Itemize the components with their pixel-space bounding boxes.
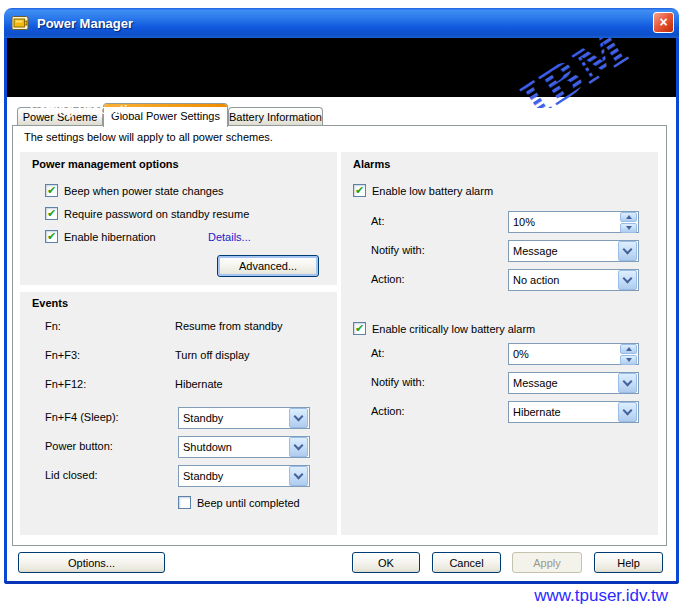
intro-text: The settings below will apply to all pow… (24, 131, 273, 143)
chevron-down-icon (294, 441, 304, 451)
help-button[interactable]: Help (594, 552, 663, 573)
select-value: Standby (179, 412, 288, 424)
checkbox-label: Beep until completed (197, 497, 300, 509)
checkbox-enable-low-battery-alarm[interactable]: Enable low battery alarm (353, 184, 493, 197)
checkbox-beep-power-state[interactable]: Beep when power state changes (45, 184, 224, 197)
checkbox-label: Enable hibernation (64, 231, 156, 243)
arrow-down-icon (626, 358, 632, 362)
critical-action-select[interactable]: Hibernate (508, 401, 639, 423)
banner-title: Setting Properties (30, 102, 142, 117)
arrow-down-icon (626, 226, 632, 230)
low-notify-label: Notify with: (371, 244, 425, 256)
chevron-down-icon (623, 377, 633, 387)
spinbox-value: 10% (509, 216, 619, 228)
low-at-label: At: (371, 215, 384, 227)
critical-at-spinbox[interactable]: 0% (508, 343, 639, 365)
svg-text:IBM: IBM (512, 28, 637, 108)
spinbox-value: 0% (509, 348, 619, 360)
select-dropdown-button[interactable] (618, 270, 637, 290)
alarms-heading: Alarms (353, 158, 390, 170)
chevron-down-icon (623, 406, 633, 416)
advanced-button[interactable]: Advanced... (217, 255, 319, 277)
ibm-logo: IBM (490, 28, 665, 108)
window-border-left (4, 36, 7, 584)
battery-icon (11, 13, 31, 33)
checkbox-icon (45, 184, 58, 197)
chevron-down-icon (623, 274, 633, 284)
event-label-lid-closed: Lid closed: (45, 469, 98, 481)
event-label-power-button: Power button: (45, 440, 113, 452)
chevron-down-icon (294, 470, 304, 480)
titlebar: Power Manager × (4, 8, 679, 38)
checkbox-label: Enable low battery alarm (372, 185, 493, 197)
critical-at-label: At: (371, 347, 384, 359)
power-manager-window: Power Manager × Setting Properties IBM P… (4, 8, 679, 584)
window-border-right (676, 36, 679, 584)
apply-button[interactable]: Apply (512, 552, 582, 573)
event-label-fn-f3: Fn+F3: (45, 349, 80, 361)
tab-label: Battery Information (229, 111, 322, 123)
close-icon: × (659, 14, 667, 30)
tab-battery-information[interactable]: Battery Information (228, 107, 323, 125)
watermark-text: www.tpuser.idv.tw (534, 586, 668, 606)
arrow-up-icon (626, 347, 632, 351)
window-title: Power Manager (37, 16, 133, 31)
low-action-select[interactable]: No action (508, 269, 639, 291)
cancel-button[interactable]: Cancel (432, 552, 501, 573)
event-label-fn: Fn: (45, 320, 61, 332)
fn-f4-sleep-select[interactable]: Standby (178, 407, 310, 429)
critical-notify-select[interactable]: Message (508, 372, 639, 394)
lid-closed-select[interactable]: Standby (178, 465, 310, 487)
checkbox-enable-critical-battery-alarm[interactable]: Enable critically low battery alarm (353, 322, 535, 335)
window-border-bottom (4, 581, 679, 584)
spinner-down-button[interactable] (620, 355, 637, 365)
select-value: Standby (179, 470, 288, 482)
select-value: Message (509, 377, 617, 389)
event-value-fn-f3: Turn off display (175, 349, 250, 361)
low-notify-select[interactable]: Message (508, 240, 639, 262)
critical-action-label: Action: (371, 405, 405, 417)
close-button[interactable]: × (653, 12, 674, 33)
spinner-up-button[interactable] (620, 212, 637, 222)
event-value-fn-f12: Hibernate (175, 378, 223, 390)
select-dropdown-button[interactable] (618, 241, 637, 261)
banner: Setting Properties IBM (4, 38, 679, 97)
checkbox-icon (178, 496, 191, 509)
select-dropdown-button[interactable] (289, 437, 308, 457)
event-label-fn-f12: Fn+F12: (45, 378, 86, 390)
select-value: Hibernate (509, 406, 617, 418)
power-button-select[interactable]: Shutdown (178, 436, 310, 458)
checkbox-label: Require password on standby resume (64, 208, 249, 220)
options-button[interactable]: Options... (18, 552, 165, 573)
event-value-fn: Resume from standby (175, 320, 283, 332)
critical-notify-label: Notify with: (371, 376, 425, 388)
checkbox-label: Enable critically low battery alarm (372, 323, 535, 335)
low-at-spinbox[interactable]: 10% (508, 211, 639, 233)
events-heading: Events (32, 297, 68, 309)
spinner-up-button[interactable] (620, 344, 637, 354)
select-value: Shutdown (179, 441, 288, 453)
checkbox-beep-until-completed[interactable]: Beep until completed (178, 496, 300, 509)
checkbox-icon (45, 230, 58, 243)
select-dropdown-button[interactable] (289, 466, 308, 486)
low-action-label: Action: (371, 273, 405, 285)
event-label-fn-f4: Fn+F4 (Sleep): (45, 411, 119, 423)
select-dropdown-button[interactable] (618, 402, 637, 422)
checkbox-label: Beep when power state changes (64, 185, 224, 197)
checkbox-icon (45, 207, 58, 220)
checkbox-enable-hibernation[interactable]: Enable hibernation (45, 230, 156, 243)
checkbox-require-password[interactable]: Require password on standby resume (45, 207, 249, 220)
select-dropdown-button[interactable] (618, 373, 637, 393)
spinner-down-button[interactable] (620, 223, 637, 233)
checkbox-icon (353, 322, 366, 335)
select-value: Message (509, 245, 617, 257)
select-value: No action (509, 274, 617, 286)
power-management-options-heading: Power management options (32, 158, 179, 170)
ok-button[interactable]: OK (352, 552, 420, 573)
select-dropdown-button[interactable] (289, 408, 308, 428)
chevron-down-icon (294, 412, 304, 422)
arrow-up-icon (626, 215, 632, 219)
checkbox-icon (353, 184, 366, 197)
details-link[interactable]: Details... (208, 231, 251, 243)
chevron-down-icon (623, 245, 633, 255)
